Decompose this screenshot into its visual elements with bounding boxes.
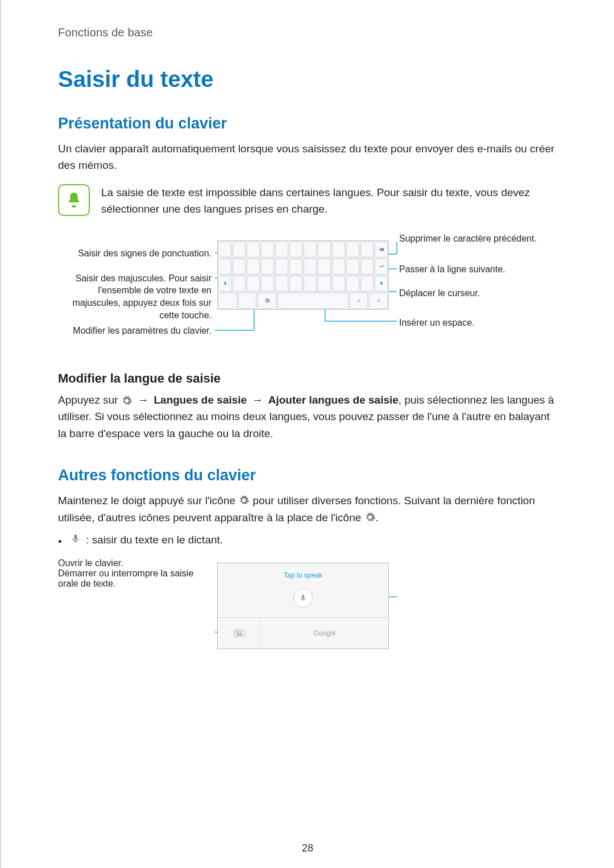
microphone-button-icon — [293, 588, 313, 608]
shift-icon — [218, 276, 231, 292]
keyboard-toggle-icon — [218, 618, 261, 649]
bell-icon — [58, 184, 90, 216]
svg-rect-17 — [237, 634, 242, 636]
section2-intro: Maintenez le doigt appuyé sur l'icône po… — [58, 492, 557, 526]
gear-icon — [364, 512, 376, 523]
keyboard-diagram: Saisir des signes de ponctuation. Saisir… — [58, 232, 557, 352]
text-fragment: Appuyez sur — [58, 394, 121, 406]
svg-rect-14 — [235, 632, 237, 633]
voice-diagram: Ouvrir le clavier. Démarrer ou interromp… — [58, 558, 557, 666]
note-box: La saisie de texte est impossible dans c… — [58, 184, 557, 218]
spacebar-key — [277, 293, 349, 309]
enter-icon — [375, 259, 388, 275]
voice-input-illustration: Tap to speak Google — [217, 563, 389, 649]
svg-rect-13 — [234, 630, 244, 637]
bullet-item: • : saisir du texte en le dictant. — [58, 534, 557, 548]
gear-icon — [238, 495, 250, 506]
breadcrumb: Fonctions de base — [58, 26, 557, 39]
backspace-icon — [375, 242, 388, 258]
menu-path-1: Langues de saisie — [154, 394, 247, 406]
text-fragment: Maintenez le doigt appuyé sur l'icône — [58, 495, 238, 506]
page-number: 28 — [302, 842, 313, 854]
gear-icon — [121, 395, 132, 406]
svg-rect-16 — [240, 632, 242, 633]
menu-path-2: Ajouter langues de saisie — [268, 394, 399, 406]
text-fragment: . — [376, 512, 379, 524]
svg-rect-15 — [238, 632, 239, 633]
gear-icon — [258, 293, 276, 309]
document-page: Fonctions de base Saisir du texte Présen… — [0, 0, 614, 868]
cursor-left-icon — [350, 293, 368, 309]
bullet-dot-icon: • — [58, 535, 68, 548]
section1-intro: Un clavier apparaît automatiquement lors… — [58, 140, 557, 174]
note-text: La saisie de texte est impossible dans c… — [101, 184, 557, 218]
voice-brand-label: Google — [261, 618, 388, 649]
arrow-separator: → — [138, 394, 148, 406]
bullet-text: : saisir du texte en le dictant. — [83, 534, 223, 546]
page-title: Saisir du texte — [58, 67, 557, 92]
section-heading-other: Autres fonctions du clavier — [58, 467, 557, 484]
microphone-icon — [70, 534, 81, 546]
language-paragraph: Appuyez sur → Langues de saisie → Ajoute… — [58, 392, 557, 442]
cursor-right-icon — [369, 293, 388, 309]
arrow-separator: → — [252, 394, 263, 406]
subheading-language: Modifier la langue de saisie — [58, 371, 557, 386]
keyboard-illustration — [217, 240, 389, 310]
tap-to-speak-label: Tap to speak — [284, 571, 322, 579]
shift-icon — [375, 276, 388, 292]
section-heading-keyboard: Présentation du clavier — [58, 115, 557, 132]
